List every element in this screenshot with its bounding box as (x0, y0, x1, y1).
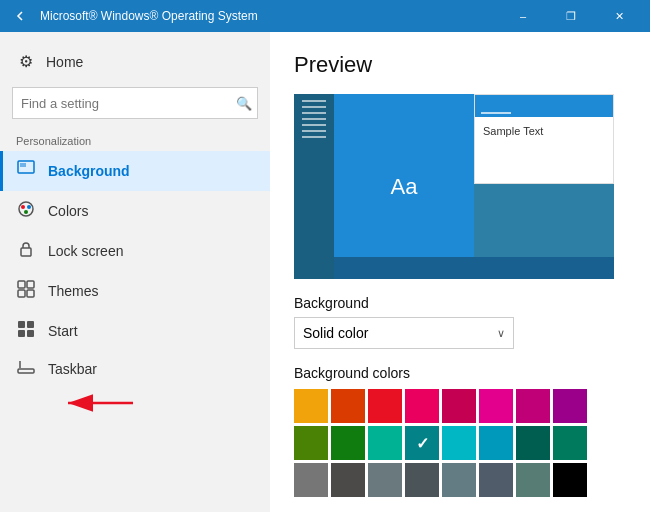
colors-icon (16, 200, 36, 222)
taskbar-line-3 (302, 112, 326, 114)
restore-button[interactable]: ❐ (548, 0, 594, 32)
sidebar-item-colors[interactable]: Colors (0, 191, 270, 231)
color-swatch-15[interactable] (553, 426, 587, 460)
sidebar-item-lock-screen[interactable]: Lock screen (0, 231, 270, 271)
content-area: Preview Aa Sample Text (270, 32, 650, 512)
color-swatch-10[interactable] (368, 426, 402, 460)
color-swatch-7[interactable] (553, 389, 587, 423)
sidebar-item-themes[interactable]: Themes (0, 271, 270, 311)
svg-rect-9 (18, 290, 25, 297)
sidebar-item-label-taskbar: Taskbar (48, 361, 97, 377)
search-input[interactable] (12, 87, 258, 119)
sidebar: ⚙ Home 🔍 Personalization BackgroundColor… (0, 32, 270, 512)
color-swatch-12[interactable] (442, 426, 476, 460)
popup-header-line (481, 112, 511, 114)
page-title: Preview (294, 52, 626, 78)
sidebar-item-label-lock-screen: Lock screen (48, 243, 123, 259)
color-swatch-2[interactable] (368, 389, 402, 423)
color-swatch-11[interactable] (405, 426, 439, 460)
minimize-button[interactable]: – (500, 0, 546, 32)
background-icon (16, 160, 36, 182)
sidebar-item-home[interactable]: ⚙ Home (0, 44, 270, 79)
colors-label: Background colors (294, 365, 626, 381)
preview-bottom-bar (334, 257, 614, 279)
background-dropdown[interactable]: Solid color ∨ (294, 317, 514, 349)
color-swatch-14[interactable] (516, 426, 550, 460)
search-icon: 🔍 (236, 96, 252, 111)
svg-rect-10 (27, 290, 34, 297)
color-swatch-20[interactable] (442, 463, 476, 497)
color-swatch-3[interactable] (405, 389, 439, 423)
color-swatch-21[interactable] (479, 463, 513, 497)
preview-aa-text: Aa (391, 174, 418, 200)
chevron-down-icon: ∨ (497, 327, 505, 340)
color-swatch-13[interactable] (479, 426, 513, 460)
background-label: Background (294, 295, 626, 311)
svg-point-4 (27, 205, 31, 209)
taskbar-line-1 (302, 100, 326, 102)
taskbar-line-4 (302, 118, 326, 120)
close-button[interactable]: ✕ (596, 0, 642, 32)
color-swatch-16[interactable] (294, 463, 328, 497)
main-layout: ⚙ Home 🔍 Personalization BackgroundColor… (0, 32, 650, 512)
sidebar-item-label-themes: Themes (48, 283, 99, 299)
titlebar: Microsoft® Windows® Operating System – ❐… (0, 0, 650, 32)
color-swatch-19[interactable] (405, 463, 439, 497)
window-controls: – ❐ ✕ (500, 0, 642, 32)
sidebar-item-label-start: Start (48, 323, 78, 339)
svg-rect-1 (20, 163, 26, 167)
sidebar-item-background[interactable]: Background (0, 151, 270, 191)
sample-text: Sample Text (483, 125, 543, 137)
svg-rect-14 (27, 330, 34, 337)
back-button[interactable] (8, 4, 32, 28)
svg-rect-12 (27, 321, 34, 328)
start-icon (16, 320, 36, 342)
sidebar-items: BackgroundColorsLock screenThemesStartTa… (0, 151, 270, 387)
taskbar-line-6 (302, 130, 326, 132)
svg-point-5 (24, 210, 28, 214)
sidebar-item-label-colors: Colors (48, 203, 88, 219)
background-value: Solid color (303, 325, 368, 341)
svg-rect-6 (21, 248, 31, 256)
svg-rect-7 (18, 281, 25, 288)
preview-main-window: Aa (334, 94, 474, 279)
color-swatch-17[interactable] (331, 463, 365, 497)
sidebar-item-taskbar[interactable]: Taskbar (0, 351, 270, 387)
color-swatch-1[interactable] (331, 389, 365, 423)
svg-rect-13 (18, 330, 25, 337)
color-swatch-4[interactable] (442, 389, 476, 423)
svg-rect-15 (18, 369, 34, 373)
svg-rect-11 (18, 321, 25, 328)
home-label: Home (46, 54, 83, 70)
section-label: Personalization (0, 127, 270, 151)
color-swatch-5[interactable] (479, 389, 513, 423)
preview-popup-header (475, 95, 613, 117)
lock-screen-icon (16, 240, 36, 262)
color-swatch-9[interactable] (331, 426, 365, 460)
color-swatch-23[interactable] (553, 463, 587, 497)
sidebar-item-start[interactable]: Start (0, 311, 270, 351)
preview-taskbar (294, 94, 334, 279)
preview-popup-body: Sample Text (475, 117, 613, 145)
color-swatch-6[interactable] (516, 389, 550, 423)
color-swatch-18[interactable] (368, 463, 402, 497)
color-swatch-22[interactable] (516, 463, 550, 497)
preview-box: Aa Sample Text (294, 94, 614, 279)
taskbar-line-7 (302, 136, 326, 138)
themes-icon (16, 280, 36, 302)
sidebar-item-label-background: Background (48, 163, 130, 179)
color-grid (294, 389, 626, 497)
svg-point-3 (21, 205, 25, 209)
window-title: Microsoft® Windows® Operating System (40, 9, 500, 23)
taskbar-line-2 (302, 106, 326, 108)
home-icon: ⚙ (16, 52, 36, 71)
taskbar-icon (16, 360, 36, 378)
preview-popup-window: Sample Text (474, 94, 614, 184)
color-swatch-0[interactable] (294, 389, 328, 423)
svg-rect-8 (27, 281, 34, 288)
color-swatch-8[interactable] (294, 426, 328, 460)
search-box: 🔍 (12, 87, 258, 119)
taskbar-line-5 (302, 124, 326, 126)
